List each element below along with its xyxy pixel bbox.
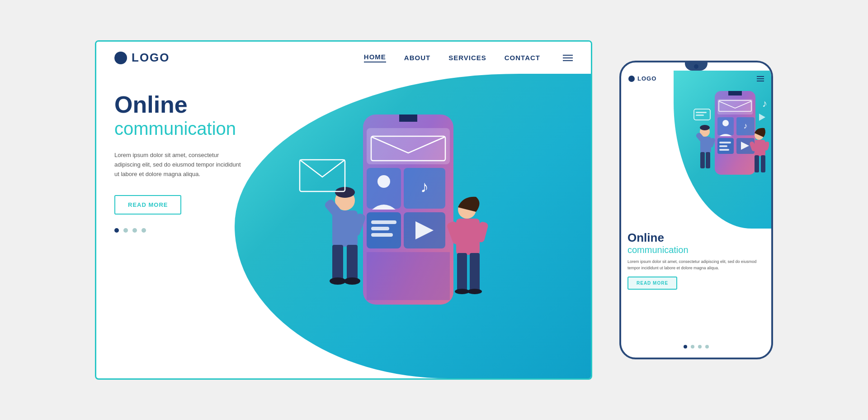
mobile-logo-area: LOGO <box>628 75 656 82</box>
svg-point-48 <box>700 125 710 130</box>
svg-rect-21 <box>347 245 358 281</box>
mobile-dot-2[interactable] <box>691 345 694 348</box>
svg-rect-14 <box>367 252 450 300</box>
svg-text:♪: ♪ <box>762 98 767 109</box>
svg-rect-64 <box>696 115 704 116</box>
svg-rect-2 <box>367 128 450 164</box>
mobile-text-area: Online communication Lorem ipsum dolor s… <box>627 231 765 290</box>
hero-description: Lorem ipsum dolor sit amet, consectetur … <box>114 151 245 179</box>
desktop-logo-text: LOGO <box>132 51 170 65</box>
mobile-read-more-button[interactable]: READ MORE <box>627 277 677 290</box>
dot-4[interactable] <box>142 228 146 233</box>
svg-rect-6 <box>367 168 401 209</box>
svg-rect-1 <box>399 115 417 122</box>
logo-area: LOGO <box>114 51 170 65</box>
svg-rect-43 <box>719 145 727 147</box>
pagination-dots <box>114 228 268 233</box>
hero-section: Online communication Lorem ipsum dolor s… <box>96 74 591 378</box>
svg-rect-20 <box>332 245 343 281</box>
svg-marker-61 <box>759 114 765 121</box>
read-more-button[interactable]: READ MORE <box>114 195 181 215</box>
logo-dot-icon <box>114 52 127 64</box>
page-wrapper: LOGO HOME ABOUT SERVICES CONTACT Online <box>77 22 791 398</box>
hero-left-content: Online communication Lorem ipsum dolor s… <box>114 92 268 233</box>
mobile-logo-dot-icon <box>628 76 635 82</box>
nav-home[interactable]: HOME <box>364 53 386 62</box>
nav-contact[interactable]: CONTACT <box>505 54 540 62</box>
mobile-dot-4[interactable] <box>705 345 709 348</box>
svg-rect-52 <box>700 152 705 168</box>
svg-rect-34 <box>728 91 742 95</box>
mobile-illustration: ♪ <box>692 82 769 209</box>
svg-point-23 <box>344 277 360 285</box>
dot-3[interactable] <box>132 228 137 233</box>
mobile-hero-title-sub: communication <box>627 244 765 255</box>
mobile-hamburger-icon[interactable] <box>757 76 764 81</box>
svg-rect-59 <box>761 155 765 172</box>
desktop-mockup: LOGO HOME ABOUT SERVICES CONTACT Online <box>95 40 592 380</box>
dot-2[interactable] <box>123 228 128 233</box>
nav-bar: LOGO HOME ABOUT SERVICES CONTACT <box>96 42 591 74</box>
svg-rect-58 <box>755 155 759 172</box>
svg-rect-29 <box>470 253 480 291</box>
mobile-mockup: LOGO ♪ <box>619 61 773 359</box>
svg-rect-53 <box>706 152 710 168</box>
svg-rect-55 <box>755 140 765 156</box>
mobile-hero-description: Lorem ipsum dolor sit amet, consectetur … <box>627 259 765 271</box>
mobile-nav: LOGO <box>621 71 771 86</box>
svg-point-30 <box>455 289 469 294</box>
svg-text:♪: ♪ <box>420 177 429 196</box>
svg-text:♪: ♪ <box>744 121 748 130</box>
nav-services[interactable]: SERVICES <box>448 54 486 62</box>
svg-rect-9 <box>371 220 396 224</box>
mobile-dot-1[interactable] <box>684 345 687 348</box>
nav-links: HOME ABOUT SERVICES CONTACT <box>364 53 573 62</box>
mobile-logo-text: LOGO <box>637 75 656 82</box>
dot-1[interactable] <box>114 228 119 233</box>
svg-rect-11 <box>371 233 393 237</box>
nav-about[interactable]: ABOUT <box>404 54 430 62</box>
mobile-pagination <box>684 345 709 348</box>
hero-title-main: Online <box>114 92 268 118</box>
hamburger-menu-icon[interactable] <box>563 55 573 61</box>
svg-point-22 <box>330 277 346 285</box>
svg-rect-35 <box>717 99 753 115</box>
hero-illustration: ♪ <box>255 78 562 368</box>
svg-point-7 <box>377 175 390 188</box>
svg-point-40 <box>722 120 729 126</box>
svg-rect-28 <box>457 253 467 291</box>
hero-title-sub: communication <box>114 118 268 139</box>
svg-rect-44 <box>719 149 729 151</box>
svg-rect-10 <box>371 227 389 230</box>
mobile-content: LOGO ♪ <box>621 71 771 358</box>
mobile-notch <box>685 62 708 71</box>
mobile-dot-3[interactable] <box>698 345 702 348</box>
svg-rect-63 <box>696 112 707 113</box>
svg-point-31 <box>467 289 482 294</box>
mobile-hero-title-main: Online <box>627 231 765 244</box>
svg-rect-42 <box>719 142 731 143</box>
